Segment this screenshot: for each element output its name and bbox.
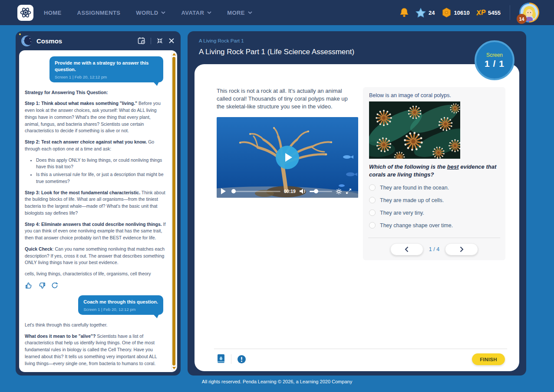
coin-icon [442,7,452,18]
chat-scroll[interactable]: Provide me with a strategy to answer thi… [19,50,177,372]
radio-button[interactable] [369,222,376,229]
assistant-paragraph: Step 4: Eliminate answers that could des… [25,221,166,242]
video-player[interactable]: 00:19 [217,117,358,198]
nav-divider [510,5,510,20]
avatar[interactable]: 14 [519,3,539,23]
sparkle-dot [19,33,21,35]
assistant-paragraph: Let's think through this carefully toget… [25,322,166,329]
assistant-bullet-list: Does this apply ONLY to living things, o… [36,157,166,185]
assistant-paragraph: Step 1: Think about what makes something… [25,100,166,134]
chevron-right-icon [460,246,464,252]
scroll-down-arrow[interactable] [172,367,176,369]
volume-icon[interactable] [299,188,306,194]
avatar-level-badge: 14 [517,14,527,24]
screen-counter-badge: Screen 1 / 1 [475,40,514,80]
answer-option-2[interactable]: They are made up of cells. [369,197,499,203]
star-icon [416,8,426,18]
assistant-paragraph: Let's use the process of elimination: [25,371,166,372]
option-label: They change shape over time. [380,222,453,229]
atom-icon [20,7,32,19]
chat-scrollbar[interactable] [171,51,176,371]
volume-knob[interactable] [314,189,318,193]
glossary-book-icon[interactable] [217,354,225,364]
image-caption: Below is an image of coral polyps. [369,92,499,98]
settings-gear-icon[interactable] [336,188,342,195]
nav-item-home[interactable]: HOME [44,10,62,16]
nav-stats: 24 10610 XP 5455 [399,3,539,23]
nav-item-world[interactable]: WORLD [136,10,165,16]
cosmos-title: Cosmos [36,37,62,45]
thumbs-up-icon[interactable] [25,282,33,289]
regenerate-icon[interactable] [51,282,58,289]
alert-icon[interactable] [237,355,246,364]
chevron-down-icon [161,11,165,14]
seek-knob[interactable] [231,189,236,193]
prev-page-button[interactable] [390,243,423,255]
radio-button[interactable] [369,197,376,203]
chevron-down-icon [248,11,252,14]
cosmos-header: Cosmos [16,31,181,50]
message-actions [25,282,166,289]
answer-option-1[interactable]: They are found in the ocean. [369,184,499,191]
cosmos-moon-icon [21,35,33,47]
nav-item-more[interactable]: MORE [227,10,252,16]
xp-stat[interactable]: XP 5455 [476,9,501,16]
close-icon[interactable] [168,38,175,44]
footer-divider [214,349,507,349]
message-meta: Screen 1 | Feb 20, 12:12 pm [83,307,158,312]
scroll-up-arrow[interactable] [172,53,176,56]
notification-bell-icon[interactable] [399,7,409,18]
star-stat[interactable]: 24 [416,8,435,18]
pagination: 1 / 4 [369,243,499,255]
nav-item-avatar[interactable]: AVATAR [181,10,211,16]
assistant-paragraph: cells, living things, characteristics of… [25,271,166,278]
coin-stat[interactable]: 10610 [442,7,470,18]
radio-button[interactable] [369,209,376,216]
question-panel: Below is an image of coral polyps. [363,87,505,260]
breadcrumb[interactable]: A Living Rock Part 1 [199,38,244,43]
copyright-text: All rights reserved. Penda Learning © 20… [202,379,352,384]
assistant-paragraph: What does it mean to be "alive"? Scienti… [25,333,166,367]
option-label: They are very tiny. [380,210,424,216]
nav-item-assignments[interactable]: ASSIGNMENTS [77,10,121,16]
radio-button[interactable] [369,184,376,191]
user-message-bubble: Coach me through this question.Screen 1 … [78,295,163,315]
screen-label: Screen [486,52,503,58]
underlined-word: best [447,163,459,170]
nav-item-label: AVATAR [181,10,204,16]
header-divider [151,38,151,44]
volume-bar[interactable] [310,191,332,192]
scrollbar-thumb[interactable] [172,57,175,366]
fullscreen-icon[interactable] [346,188,352,194]
assistant-paragraph: Strategy for Answering This Question: [25,89,166,96]
penda-atom-logo[interactable] [17,5,33,21]
bullet-item: Is this a universal rule for life, or ju… [36,171,166,185]
collapse-icon[interactable] [156,37,163,44]
answer-option-3[interactable]: They are very tiny. [369,209,499,216]
assessment-panel: A Living Rock Part 1 A Living Rock Part … [188,31,526,376]
nav-item-label: HOME [44,10,62,16]
video-play-icon[interactable] [221,188,226,194]
video-time: 00:19 [284,189,296,194]
answer-option-4[interactable]: They change shape over time. [369,222,499,229]
seek-bar[interactable] [232,191,280,192]
thumbs-down-icon[interactable] [38,282,46,289]
nav-menu: HOMEASSIGNMENTSWORLDAVATARMORE [44,10,252,16]
user-message-text: Coach me through this question. [83,299,158,305]
video-controls: 00:19 [217,185,358,198]
options-list: They are found in the ocean.They are mad… [369,184,499,229]
toolbar-divider [231,354,231,364]
toolbar [217,354,246,364]
option-label: They are made up of cells. [380,197,444,203]
intro-text: This rock is not a rock at all. It's act… [217,87,348,111]
assistant-paragraph: Quick Check: Can you name something nonl… [25,246,166,266]
xp-icon: XP [476,8,486,17]
history-icon[interactable] [138,37,145,45]
next-page-button[interactable] [445,243,478,255]
bullet-item: Does this apply ONLY to living things, o… [36,157,166,171]
star-count: 24 [429,10,435,16]
content-card: This rock is not a rock at all. It's act… [195,64,519,371]
coin-count: 10610 [454,10,470,16]
play-button[interactable] [276,146,299,169]
finish-button[interactable]: FINISH [472,353,505,365]
